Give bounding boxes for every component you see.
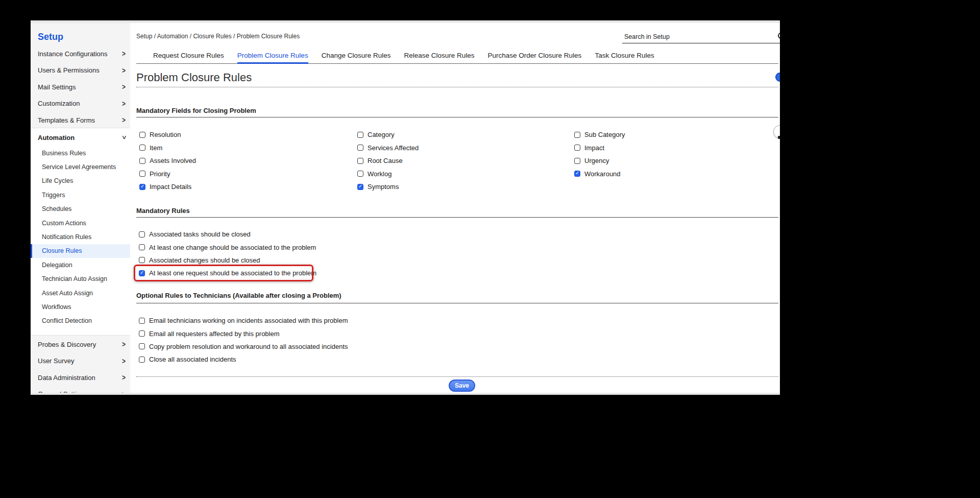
checkbox-row[interactable]: Worklog <box>357 168 419 181</box>
sidebar-sub-item[interactable]: Notification Rules <box>31 230 130 244</box>
sidebar-item[interactable]: Templates & Forms > <box>31 112 130 129</box>
tab[interactable]: Change Closure Rules <box>322 47 391 63</box>
checkbox[interactable] <box>357 145 363 151</box>
tab-label: Purchase Order Closure Rules <box>488 52 582 59</box>
chevron-right-icon: > <box>122 100 126 108</box>
checkbox-row[interactable]: Close all associated incidents <box>139 353 348 366</box>
checkbox[interactable] <box>139 145 145 151</box>
checkbox-row[interactable]: Impact <box>574 141 625 155</box>
checkbox[interactable] <box>574 171 580 177</box>
checkbox-row[interactable]: Workaround <box>574 168 625 181</box>
checkbox-row[interactable]: Associated tasks should be closed <box>139 228 316 241</box>
sidebar-sub-item-label: Workflows <box>42 303 71 311</box>
sidebar-sub-item[interactable]: Life Cycles <box>31 174 130 188</box>
sidebar-item-automation[interactable]: Automation > <box>31 129 130 146</box>
checkbox-label: Workaround <box>584 170 621 178</box>
checkbox-row[interactable]: Priority <box>139 168 196 181</box>
checkbox-row[interactable]: Symptoms <box>357 180 419 194</box>
checkbox[interactable] <box>357 171 363 177</box>
page-title: Problem Closure Rules <box>136 71 252 84</box>
chevron-right-icon: > <box>122 357 126 365</box>
sidebar-item[interactable]: Customization > <box>31 96 130 112</box>
checkbox[interactable] <box>357 184 363 190</box>
checkbox-row[interactable]: Sub Category <box>574 128 625 141</box>
sidebar-item-label: Probes & Discovery <box>38 341 96 348</box>
sidebar-item[interactable]: Probes & Discovery > <box>31 336 130 353</box>
checkbox-label: Category <box>368 131 395 138</box>
sidebar-sub-item[interactable]: Delegation <box>31 258 130 272</box>
checkbox[interactable] <box>139 330 145 337</box>
checkbox-row[interactable]: Assets Involved <box>139 154 196 168</box>
sidebar-sub-item[interactable]: Conflict Detection <box>31 314 130 328</box>
checkbox[interactable] <box>139 343 145 349</box>
save-button[interactable]: Save <box>449 380 475 392</box>
mandatory-fields-heading: Mandatory Fields for Closing Problem <box>136 107 256 114</box>
sidebar-sub-item[interactable]: Workflows <box>31 300 130 314</box>
checkbox[interactable] <box>574 145 580 151</box>
checkbox-row[interactable]: Services Affected <box>357 141 419 155</box>
checkbox[interactable] <box>139 132 145 138</box>
breadcrumb[interactable]: Setup / Automation / Closure Rules / Pro… <box>136 33 300 40</box>
sidebar-sub-item[interactable]: Custom Actions <box>31 216 130 230</box>
checkbox-row[interactable]: Item <box>139 141 196 155</box>
checkbox-row[interactable]: Associated changes should be closed <box>139 254 316 267</box>
sidebar-item[interactable]: Mail Settings > <box>31 79 130 96</box>
checkbox[interactable] <box>574 132 580 138</box>
checkbox[interactable] <box>139 357 145 363</box>
checkbox-row[interactable]: Email all requesters affected by this pr… <box>139 327 348 340</box>
checkbox-row[interactable]: Email technicians working on incidents a… <box>139 314 348 327</box>
sidebar-sub-item[interactable]: Business Rules <box>31 146 130 160</box>
checkbox-label: At least one request should be associate… <box>149 269 316 277</box>
checkbox-row[interactable]: Urgency <box>574 154 625 168</box>
sidebar-sub-item[interactable]: Triggers <box>31 188 130 202</box>
sidebar-item[interactable]: Instance Configurations > <box>31 45 130 62</box>
optional-rules-heading: Optional Rules to Technicians (Available… <box>136 292 341 299</box>
checkbox[interactable] <box>139 244 145 250</box>
tab-label: Change Closure Rules <box>322 52 391 59</box>
search-input[interactable] <box>622 31 780 43</box>
help-circle-button[interactable] <box>775 73 780 82</box>
checkbox[interactable] <box>139 231 145 238</box>
checkbox[interactable] <box>139 318 145 324</box>
tab[interactable]: Problem Closure Rules <box>237 47 308 63</box>
sidebar-sub-item-label: Notification Rules <box>42 233 91 241</box>
chevron-right-icon: > <box>122 373 126 382</box>
checkbox-row[interactable]: Impact Details <box>139 180 196 194</box>
checkbox[interactable] <box>139 257 145 263</box>
tab[interactable]: Task Closure Rules <box>595 47 654 63</box>
checkbox[interactable] <box>574 158 580 164</box>
mandatory-rules-heading: Mandatory Rules <box>136 207 190 215</box>
checkbox-label: Assets Involved <box>150 157 196 164</box>
fields-column-3: Sub Category Impact Urgency Workaround <box>574 128 625 180</box>
sidebar-sub-item[interactable]: Schedules <box>31 202 130 216</box>
checkbox-row[interactable]: Root Cause <box>357 154 419 168</box>
checkbox[interactable] <box>139 158 145 164</box>
tab[interactable]: Request Closure Rules <box>153 47 224 63</box>
sidebar-item[interactable]: Data Administration > <box>31 369 130 386</box>
checkbox-row[interactable]: Resolution <box>139 128 196 141</box>
checkbox[interactable] <box>139 171 145 177</box>
sidebar-sub-item-label: Asset Auto Assign <box>42 290 93 297</box>
checkbox[interactable] <box>139 184 145 190</box>
sidebar-sub-item-label: Closure Rules <box>42 247 82 254</box>
tab[interactable]: Release Closure Rules <box>404 47 474 63</box>
tab[interactable]: Purchase Order Closure Rules <box>488 47 582 63</box>
checkbox[interactable] <box>357 158 363 164</box>
chevron-right-icon: > <box>122 116 126 124</box>
sidebar-sub-item[interactable]: Closure Rules <box>31 244 130 258</box>
setup-window: Setup Instance Configurations > Users & … <box>31 20 780 395</box>
checkbox-row[interactable]: Copy problem resolution and workaround t… <box>139 340 348 353</box>
sidebar-sub-item-label: Schedules <box>42 205 71 212</box>
checkbox-row[interactable]: At least one change should be associated… <box>139 241 316 253</box>
sidebar-sub-item[interactable]: Technician Auto Assign <box>31 272 130 286</box>
sidebar-top-list: Instance Configurations > Users & Permis… <box>31 45 130 129</box>
checkbox[interactable] <box>139 270 145 276</box>
checkbox-row[interactable]: At least one request should be associate… <box>139 267 316 279</box>
sidebar-item[interactable]: Users & Permissions > <box>31 62 130 79</box>
sidebar-sub-item[interactable]: Service Level Agreements <box>31 160 130 174</box>
sidebar-item[interactable]: User Survey > <box>31 353 130 370</box>
checkbox-row[interactable]: Category <box>357 128 419 141</box>
sidebar-sub-item[interactable]: Asset Auto Assign <box>31 286 130 300</box>
sidebar-sub-item-label: Conflict Detection <box>42 317 92 324</box>
checkbox[interactable] <box>357 132 363 138</box>
